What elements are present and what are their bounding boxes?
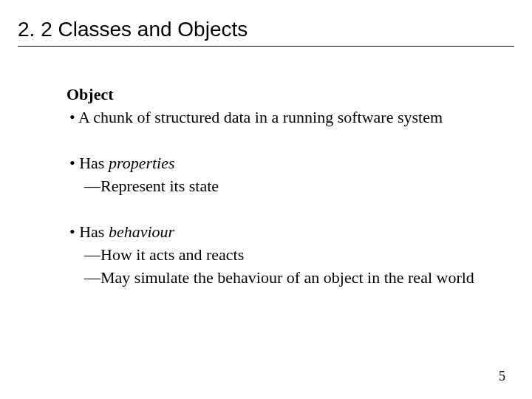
subbullet-behaviour-acts: How it acts and reacts	[66, 245, 499, 266]
subbullet-properties-state: Represent its state	[66, 176, 499, 197]
slide-body: Object A chunk of structured data in a r…	[66, 84, 499, 290]
page-number: 5	[499, 369, 505, 384]
bullet-properties-em: properties	[109, 154, 175, 172]
slide-title: 2. 2 Classes and Objects	[18, 18, 514, 47]
bullet-properties: Has properties	[66, 153, 499, 174]
subheading-object: Object	[66, 84, 499, 106]
slide: 2. 2 Classes and Objects Object A chunk …	[0, 0, 532, 399]
bullet-behaviour: Has behaviour	[66, 222, 499, 243]
bullet-behaviour-pre: Has	[79, 222, 109, 241]
bullet-behaviour-em: behaviour	[109, 222, 174, 241]
subbullet-behaviour-simulate: May simulate the behaviour of an object …	[66, 267, 499, 289]
bullet-definition: A chunk of structured data in a running …	[66, 107, 499, 129]
bullet-properties-pre: Has	[79, 154, 109, 172]
